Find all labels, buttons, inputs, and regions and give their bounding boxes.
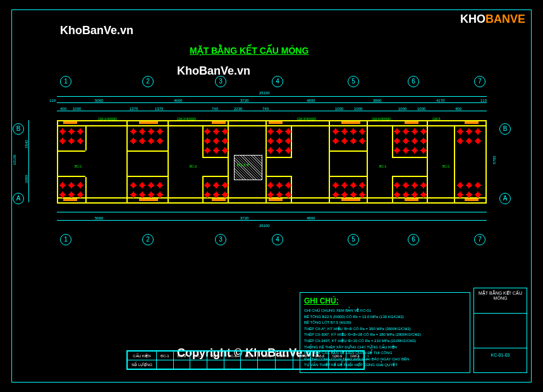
ft-v3b xyxy=(202,176,204,202)
cap-4b xyxy=(269,121,283,124)
schedule-table: CẤU KIỆNBC-1BC-2 BC-2BC-4BC-2 BC-3GM-1GM… xyxy=(126,350,365,370)
dim-edge-l: 110 xyxy=(49,99,56,102)
bl-bc2: BC-2 xyxy=(190,164,197,168)
bl-gm2: GM-2(40X60) xyxy=(177,117,196,121)
dim-s3: 3720 xyxy=(240,99,248,102)
note-1: BÊ TÔNG B22.5 (M300) CÓ Rb = 13.0 MPa (1… xyxy=(304,314,466,321)
sd7: 1000 xyxy=(335,107,343,111)
fc2b xyxy=(126,176,168,177)
cap-5a xyxy=(341,199,360,201)
tb-code: KC-01-03 xyxy=(477,353,524,357)
note-0: GHI CHÚ CHUNG XEM BẢN VẼ KC-01 xyxy=(304,308,466,314)
cap-5b xyxy=(341,121,360,124)
grid-5-bot: 5 xyxy=(348,234,359,245)
fc6b xyxy=(392,176,428,177)
dim-line-sub-bot xyxy=(57,212,487,212)
dim-v1: 2540 xyxy=(25,140,28,148)
ft-v2b xyxy=(168,120,169,202)
cap-3b xyxy=(212,121,226,124)
grid-a-left: A xyxy=(13,193,24,204)
dim-total: 25150 xyxy=(259,91,270,95)
note-4: THÉP CII-300*, KÝ HIỆU !0<Φ<28 CÓ Ra = 2… xyxy=(304,332,466,338)
beam-bot2 xyxy=(57,202,487,204)
fc2 xyxy=(126,150,168,152)
ft-v6c xyxy=(427,120,428,202)
grid-a-right: A xyxy=(499,193,511,204)
sched-row-1: CẤU KIỆNBC-1BC-2 BC-2BC-4BC-2 BC-3GM-1GM… xyxy=(128,352,364,360)
sd10: 1000 xyxy=(417,107,425,111)
dim-edge-r: 110 xyxy=(480,99,487,102)
fc3b xyxy=(202,176,229,177)
sd2: 1375 xyxy=(130,107,138,111)
ft-v5b xyxy=(367,120,368,202)
cap-7b xyxy=(465,121,479,124)
drawing-title: MẶT BẰNG KẾT CẤU MÓNG xyxy=(190,46,308,56)
bl-gm5: GM-5 xyxy=(432,117,441,121)
logo-part1: KHO xyxy=(460,13,485,25)
dim-s1: 5060 xyxy=(95,99,103,102)
note-5: THÉP CII-240T, KÝ HIỆU Φ<10 CÓ Ra = 210 … xyxy=(304,338,466,345)
bl-gm4: GM-4(40X60) xyxy=(372,117,391,121)
dim-s2: 4600 xyxy=(174,99,182,102)
logo: KHOBANVE xyxy=(460,13,525,26)
fc5 xyxy=(329,150,368,152)
grid-2-bot: 2 xyxy=(142,234,154,245)
ft-v6b xyxy=(392,176,393,202)
grid-7-bot: 7 xyxy=(474,234,485,245)
note-3: THÉP CII-A*, KÝ HIỆU !8<Φ CÓ Ra = 350 MP… xyxy=(304,326,466,333)
dim-s4: 4800 xyxy=(307,99,315,102)
watermark-2: KhoBanVe.vn xyxy=(177,64,250,78)
ft-v7a xyxy=(454,125,455,202)
dim-line-sub xyxy=(57,111,487,111)
fc1 xyxy=(57,150,85,152)
ft-v3c xyxy=(228,120,229,202)
cap-6a xyxy=(405,199,418,201)
cap-1a xyxy=(63,199,77,201)
grid-6-top: 6 xyxy=(408,76,419,87)
grid-1-bot: 1 xyxy=(60,234,71,245)
ft-v1 xyxy=(57,120,58,202)
bl-gm1: GM-1(40X60) xyxy=(98,117,117,121)
fc3 xyxy=(202,157,229,158)
logo-part2: BANVE xyxy=(485,13,525,25)
cap-7a xyxy=(465,199,479,201)
ft-v1c xyxy=(85,177,87,202)
cap-2a xyxy=(139,199,158,201)
sd1: 1000 xyxy=(73,107,81,111)
ft-v4a xyxy=(265,120,267,202)
center-label: BC-3 8 xyxy=(237,163,249,167)
watermark-1: KhoBanVe.vn xyxy=(60,24,133,37)
note-2: BÊ TÔNG LÓT B7.5 (M100) xyxy=(304,320,466,326)
cap-3a xyxy=(212,199,226,201)
dim-line-segs-bot xyxy=(57,220,487,221)
ft-v2a xyxy=(126,120,128,202)
dim-total-v: 10100 xyxy=(13,155,16,166)
sd4: 740 xyxy=(212,107,218,111)
ft-v3a xyxy=(202,125,204,157)
sd8: 1000 xyxy=(354,107,362,111)
grid-6-bot: 6 xyxy=(408,234,419,245)
fc5b xyxy=(329,176,368,177)
center-pad xyxy=(234,155,262,180)
sd5: 2230 xyxy=(234,107,242,111)
fc6 xyxy=(392,157,428,158)
fc4 xyxy=(265,157,292,158)
sd0: 400 xyxy=(60,107,66,111)
grid-4-top: 4 xyxy=(272,76,283,87)
dim-total-bot: 25150 xyxy=(259,224,270,228)
note-6: THỐNG KÊ THÉP XÂY DỰNG CHO TỪNG CẤU KIỆN xyxy=(304,345,466,351)
beam-top2 xyxy=(57,125,487,126)
bl-bc1c: BC-1 xyxy=(442,164,449,168)
fc1b xyxy=(57,176,85,177)
sched-row-2: SỐ LƯỢNG xyxy=(128,360,364,369)
dim-line-segs xyxy=(57,102,487,103)
cap-1b xyxy=(63,121,77,124)
cap-2b xyxy=(139,121,158,124)
grid-b-left: B xyxy=(13,123,24,135)
dim-b1: 5060 xyxy=(95,216,103,220)
grid-b-right: B xyxy=(499,123,511,135)
grid-3-bot: 3 xyxy=(215,234,226,245)
grid-5-top: 5 xyxy=(348,76,359,87)
title-block: MẶT BẰNG KẾT CẤU MÓNG KC-01-03 xyxy=(473,288,527,373)
bl-bc1b: BC-1 xyxy=(379,164,386,168)
